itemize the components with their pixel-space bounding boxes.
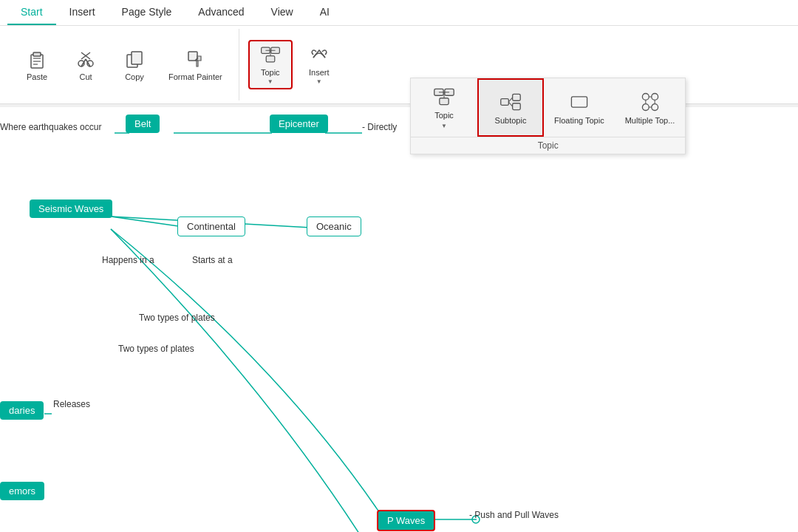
dropdown-floating-topic-button[interactable]: Floating Topic bbox=[544, 78, 615, 137]
node-earthquakes: Where earthquakes occur bbox=[0, 122, 101, 132]
svg-line-29 bbox=[508, 97, 512, 101]
topic-chevron: ▼ bbox=[267, 78, 273, 85]
svg-rect-27 bbox=[513, 94, 521, 100]
svg-rect-26 bbox=[501, 98, 509, 105]
format-painter-button[interactable]: Format Painter bbox=[161, 44, 230, 86]
svg-rect-12 bbox=[132, 52, 142, 64]
paste-button[interactable]: Paste bbox=[15, 44, 59, 86]
svg-point-33 bbox=[651, 93, 658, 100]
dropdown-floating-topic-icon bbox=[568, 91, 590, 113]
node-emors[interactable]: emors bbox=[0, 482, 44, 500]
canvas: Where earthquakes occur Belt Epicenter -… bbox=[0, 107, 798, 532]
dropdown-topic-label: Topic bbox=[434, 111, 454, 120]
node-releases: Releases bbox=[53, 399, 90, 409]
node-oceanic[interactable]: Oceanic bbox=[307, 216, 361, 236]
node-belt[interactable]: Belt bbox=[126, 115, 160, 133]
paste-label: Paste bbox=[27, 72, 47, 81]
topic-button-label: Topic bbox=[261, 68, 280, 77]
node-p-waves[interactable]: P Waves bbox=[377, 510, 435, 531]
dropdown-subtopic-button[interactable]: Subtopic bbox=[477, 78, 544, 137]
cut-icon bbox=[75, 49, 96, 69]
svg-point-34 bbox=[642, 103, 649, 110]
node-seismic-waves[interactable]: Seismic Waves bbox=[30, 200, 112, 218]
tab-page-style[interactable]: Page Style bbox=[109, 0, 185, 25]
dropdown-floating-topic-label: Floating Topic bbox=[554, 116, 604, 125]
tab-advanced[interactable]: Advanced bbox=[185, 0, 257, 25]
node-two-types-2: Two types of plates bbox=[118, 344, 194, 354]
ribbon-tab-bar: Start Insert Page Style Advanced View AI bbox=[0, 0, 798, 26]
svg-rect-1 bbox=[33, 52, 41, 56]
tab-ai[interactable]: AI bbox=[307, 0, 343, 25]
node-boundaries[interactable]: daries bbox=[0, 401, 44, 420]
svg-point-32 bbox=[642, 93, 649, 100]
boundaries-box: daries bbox=[0, 401, 44, 420]
tab-start[interactable]: Start bbox=[7, 0, 56, 25]
cut-button[interactable]: Cut bbox=[64, 44, 108, 86]
svg-rect-22 bbox=[440, 98, 449, 105]
insert-icon bbox=[309, 44, 330, 65]
svg-rect-16 bbox=[266, 56, 275, 62]
svg-point-35 bbox=[651, 103, 658, 110]
ribbon-group-topic: Topic ▼ Insert ▼ bbox=[239, 29, 350, 100]
dropdown-multiple-topic-button[interactable]: Multiple Top... bbox=[615, 78, 686, 137]
oceanic-box: Oceanic bbox=[307, 216, 361, 236]
copy-button[interactable]: Copy bbox=[112, 44, 157, 86]
dropdown-topic-button[interactable]: Topic ▼ bbox=[411, 78, 477, 137]
topic-button[interactable]: Topic ▼ bbox=[248, 40, 293, 89]
seismic-waves-box: Seismic Waves bbox=[30, 200, 112, 218]
node-happens: Happens in a bbox=[102, 255, 154, 265]
dropdown-topic-icon bbox=[433, 86, 455, 108]
dropdown-topic-chevron: ▼ bbox=[441, 123, 447, 129]
topic-icon bbox=[260, 44, 281, 65]
svg-rect-28 bbox=[513, 103, 521, 109]
ribbon-group-clipboard: Paste Cut Copy bbox=[6, 29, 239, 100]
p-waves-box: P Waves bbox=[377, 510, 435, 531]
canvas-connections bbox=[0, 107, 798, 532]
insert-chevron: ▼ bbox=[316, 78, 322, 85]
insert-button[interactable]: Insert ▼ bbox=[297, 40, 341, 89]
dropdown-subtopic-label: Subtopic bbox=[495, 116, 527, 125]
epicenter-box: Epicenter bbox=[270, 115, 328, 133]
belt-box: Belt bbox=[126, 115, 160, 133]
topic-dropdown-panel: Topic ▼ Subtopic Floating Topic bbox=[410, 78, 686, 154]
paste-icon bbox=[27, 49, 47, 69]
node-directly: - Directly bbox=[362, 122, 397, 132]
format-painter-label: Format Painter bbox=[168, 72, 222, 81]
node-push-pull: - Push and Pull Waves bbox=[469, 510, 559, 520]
dropdown-multiple-topic-icon bbox=[639, 91, 661, 113]
copy-label: Copy bbox=[125, 72, 144, 81]
continental-box: Continental bbox=[177, 216, 245, 236]
node-continental[interactable]: Continental bbox=[177, 216, 245, 236]
dropdown-row: Topic ▼ Subtopic Floating Topic bbox=[411, 78, 685, 137]
node-two-types-1: Two types of plates bbox=[139, 313, 215, 323]
tab-insert[interactable]: Insert bbox=[56, 0, 109, 25]
node-epicenter[interactable]: Epicenter bbox=[270, 115, 328, 133]
insert-label: Insert bbox=[309, 68, 330, 77]
emors-box: emors bbox=[0, 482, 44, 500]
dropdown-multiple-topic-label: Multiple Top... bbox=[625, 116, 675, 125]
node-starts: Starts at a bbox=[192, 255, 233, 265]
tab-view[interactable]: View bbox=[258, 0, 307, 25]
cut-label: Cut bbox=[79, 72, 92, 81]
svg-line-30 bbox=[508, 102, 512, 106]
copy-icon bbox=[124, 49, 145, 69]
svg-rect-31 bbox=[571, 96, 587, 106]
format-painter-icon bbox=[185, 49, 205, 69]
dropdown-group-label: Topic bbox=[411, 137, 685, 154]
dropdown-subtopic-icon bbox=[499, 91, 522, 113]
